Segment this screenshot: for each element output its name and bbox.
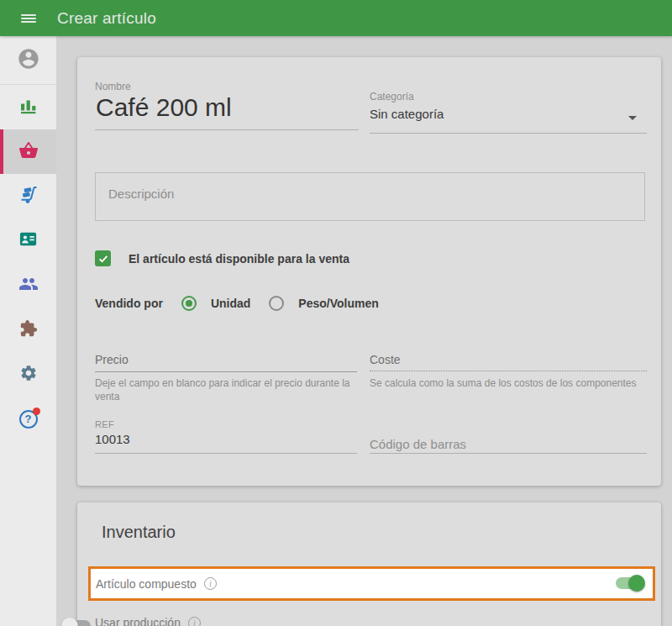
price-input[interactable] — [95, 371, 357, 372]
name-underline — [95, 129, 359, 130]
category-underline — [370, 133, 647, 134]
sidebar-item-settings[interactable] — [0, 352, 56, 397]
info-icon[interactable]: i — [204, 577, 217, 590]
category-select[interactable]: Sin categoría — [370, 107, 444, 121]
name-label: Nombre — [95, 81, 131, 92]
sidebar-item-inventory[interactable] — [0, 174, 56, 218]
cost-helper: Se calcula como la suma de los costos de… — [370, 376, 647, 390]
sidebar: ? — [0, 36, 56, 626]
sold-by-label: Vendido por — [95, 297, 163, 310]
composite-item-row-highlighted: Artículo compuesto i — [88, 566, 655, 601]
category-label: Categoría — [370, 91, 414, 103]
price-label: Precio — [95, 353, 129, 366]
radio-unidad-label: Unidad — [211, 297, 250, 310]
use-production-label: Usar producción — [95, 616, 181, 626]
ref-label: REF — [95, 419, 114, 429]
barcode-input[interactable]: Código de barras — [370, 437, 466, 451]
people-icon — [18, 274, 39, 297]
price-helper: Deje el campo en blanco para indicar el … — [95, 376, 357, 403]
hand-truck-icon — [18, 185, 39, 208]
page-title: Crear artículo — [57, 9, 156, 28]
inventory-card: Inventario Artículo compuesto i Usar pro… — [77, 502, 661, 626]
available-for-sale-row: El artículo está disponible para la vent… — [95, 250, 349, 266]
name-input[interactable]: Café 200 ml — [96, 92, 232, 123]
checkbox-checked-icon[interactable] — [95, 250, 111, 266]
shopping-basket-icon — [18, 140, 39, 164]
composite-item-toggle[interactable] — [615, 575, 645, 592]
barcode-underline — [370, 453, 647, 454]
description-field-wrap — [95, 172, 645, 221]
sidebar-item-items[interactable] — [0, 129, 56, 174]
badge-icon — [18, 229, 38, 252]
composite-item-label: Artículo compuesto — [96, 577, 197, 591]
chevron-down-icon[interactable] — [628, 116, 637, 120]
cost-field-disabled — [370, 371, 647, 371]
use-production-row: Usar producción i — [95, 616, 201, 626]
help-icon: ? — [19, 410, 38, 429]
sidebar-item-account[interactable] — [0, 36, 56, 85]
radio-peso-volumen-label: Peso/Volumen — [298, 297, 378, 310]
puzzle-icon — [19, 319, 38, 341]
bar-chart-icon — [18, 96, 39, 119]
radio-peso-volumen[interactable] — [269, 296, 284, 311]
inventory-section-title: Inventario — [102, 523, 176, 542]
info-icon[interactable]: i — [188, 617, 201, 626]
sidebar-item-employees[interactable] — [0, 218, 56, 263]
sidebar-item-customers[interactable] — [0, 263, 56, 308]
account-icon — [17, 47, 40, 74]
sidebar-item-apps[interactable] — [0, 308, 56, 352]
item-form-card: Nombre Café 200 ml Categoría Sin categor… — [77, 57, 661, 486]
ref-underline — [95, 453, 357, 454]
available-for-sale-label: El artículo está disponible para la vent… — [129, 252, 349, 266]
description-input[interactable] — [96, 173, 644, 220]
sidebar-item-reports[interactable] — [0, 85, 56, 129]
gear-icon — [19, 364, 38, 386]
sidebar-item-help[interactable]: ? — [0, 397, 56, 441]
notification-dot — [33, 408, 40, 415]
menu-icon[interactable] — [21, 13, 36, 24]
ref-input[interactable]: 10013 — [95, 432, 130, 446]
cost-label: Coste — [370, 353, 401, 366]
app-header: Crear artículo — [0, 0, 672, 36]
radio-unidad[interactable] — [181, 296, 197, 311]
sold-by-row: Vendido por Unidad Peso/Volumen — [95, 296, 379, 311]
